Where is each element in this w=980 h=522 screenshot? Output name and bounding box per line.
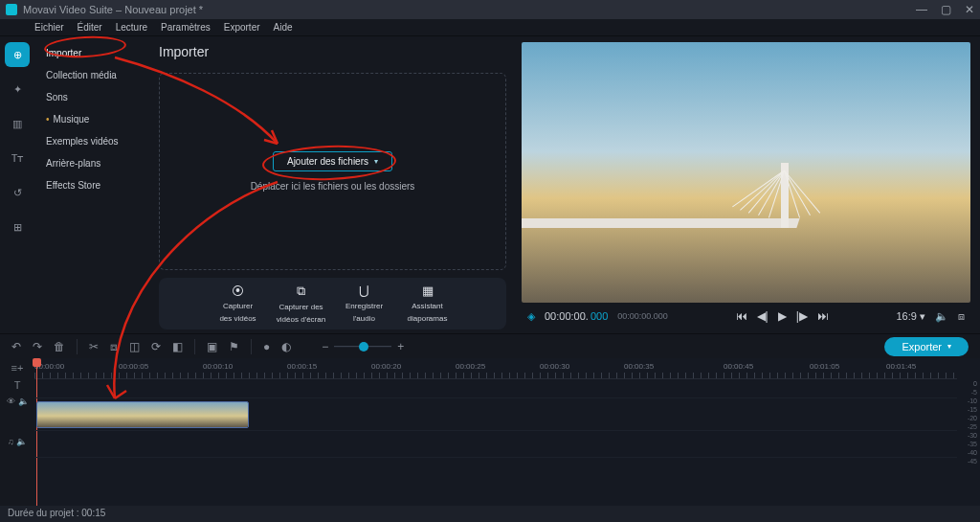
zoom-out-icon[interactable]: − <box>322 340 328 353</box>
transitions-icon[interactable]: ▥ <box>5 111 30 136</box>
add-files-label: Ajouter des fichiers <box>287 156 368 167</box>
full-timecode: 00:00:00.000 <box>617 311 668 321</box>
redo-button[interactable]: ↷ <box>33 340 42 353</box>
menu-playback[interactable]: Lecture <box>116 22 147 33</box>
screen-icon: ⧉ <box>297 284 305 299</box>
play-button[interactable]: ▶ <box>778 309 787 323</box>
video-track-header[interactable]: 👁🔈 <box>7 397 29 406</box>
zoom-slider[interactable]: − + <box>322 340 404 353</box>
grid-icon: ▦ <box>422 284 434 298</box>
aspect-menu[interactable]: 16:9 ▾ <box>897 310 925 323</box>
annotation-arrow-1 <box>105 54 297 178</box>
menu-edit[interactable]: Éditer <box>78 22 102 33</box>
menubar: Eichier Éditer Lecture Paramètres Export… <box>0 19 980 36</box>
mic-icon: ⋃ <box>359 284 369 298</box>
add-track-button[interactable]: ≡+ <box>11 362 24 374</box>
menu-help[interactable]: Aide <box>274 22 293 33</box>
next-frame-button[interactable]: ⏭ <box>817 309 829 323</box>
left-rail: ⊕ ✦ ▥ Tᴛ ↺ ⊞ <box>0 36 34 333</box>
menu-file[interactable]: Eichier <box>34 22 64 33</box>
volume-icon[interactable]: 🔈 <box>935 310 948 323</box>
step-fwd-button[interactable]: |▶ <box>796 309 808 323</box>
titles-icon[interactable]: Tᴛ <box>5 146 30 170</box>
more-icon[interactable]: ⊞ <box>5 215 30 239</box>
zoom-in-icon[interactable]: + <box>397 340 404 353</box>
titlebar: Movavi Video Suite – Nouveau projet * — … <box>0 0 980 19</box>
history-icon[interactable]: ↺ <box>5 180 30 205</box>
speaker-icon[interactable]: 🔈 <box>16 437 27 446</box>
snapshot-icon[interactable]: ⧇ <box>958 310 965 323</box>
preview-panel: ◈ 00:00:00.000 00:00:00.000 ⏮ ◀| ▶ |▶ ⏭ … <box>516 36 980 333</box>
export-button[interactable]: Exporter▾ <box>884 337 969 356</box>
app-logo <box>6 4 17 15</box>
video-controls: ◈ 00:00:00.000 00:00:00.000 ⏮ ◀| ▶ |▶ ⏭ … <box>522 303 970 329</box>
eye-icon[interactable]: 👁 <box>7 397 15 406</box>
chevron-down-icon: ▾ <box>374 157 378 166</box>
filters-icon[interactable]: ✦ <box>5 77 30 102</box>
slideshow-wizard[interactable]: ▦Assistantdiaporamas <box>397 284 458 324</box>
timeline-rail: ≡+ T 👁🔈 ♫🔈 <box>0 358 34 506</box>
close-button[interactable]: ✕ <box>965 3 974 16</box>
prev-frame-button[interactable]: ⏮ <box>736 309 747 323</box>
window-title: Movavi Video Suite – Nouveau projet * <box>23 4 203 15</box>
menu-export[interactable]: Exporter <box>224 22 260 33</box>
menu-settings[interactable]: Paramètres <box>161 22 211 33</box>
minimize-button[interactable]: — <box>916 3 927 16</box>
audio-meters: 0-5-10-15-20-25-30-35-40-45 <box>957 358 980 506</box>
note-icon: ♫ <box>8 437 14 446</box>
audio-track-header[interactable]: ♫🔈 <box>8 437 28 446</box>
step-back-button[interactable]: ◀| <box>757 309 768 323</box>
speaker-icon[interactable]: 🔈 <box>18 397 29 406</box>
delete-button[interactable]: 🗑 <box>54 340 65 353</box>
undo-button[interactable]: ↶ <box>11 340 21 353</box>
record-audio[interactable]: ⋃Enregistrerl'audio <box>334 284 395 324</box>
status-bar: Durée du projet : 00:15 <box>0 506 980 522</box>
text-track-header[interactable]: T <box>11 379 24 391</box>
import-icon[interactable]: ⊕ <box>5 42 30 67</box>
video-preview[interactable] <box>522 42 970 303</box>
timecode: 00:00:00.000 <box>545 310 608 322</box>
maximize-button[interactable]: ▢ <box>941 3 951 16</box>
marker-icon[interactable]: ◈ <box>527 310 535 323</box>
audio-track[interactable] <box>34 431 957 458</box>
annotation-arrow-2 <box>86 178 297 427</box>
